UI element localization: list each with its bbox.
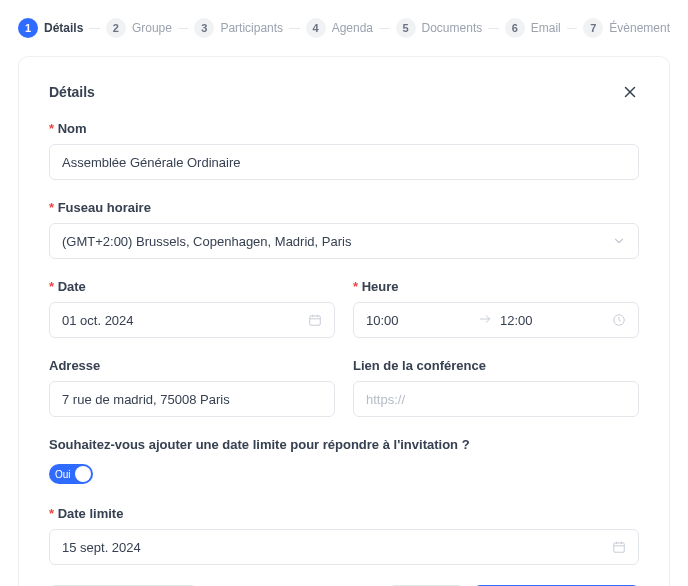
deadline-label: Date limite [49,506,639,521]
step-email[interactable]: 6 Email [505,18,561,38]
step-separator [379,28,390,29]
step-separator [488,28,499,29]
name-input-text[interactable] [62,145,626,179]
toggle-knob [75,466,91,482]
step-number: 6 [505,18,525,38]
date-label: Date [49,279,335,294]
timezone-value: (GMT+2:00) Brussels, Copenhagen, Madrid,… [62,234,604,249]
deadline-input-text[interactable] [62,530,604,564]
step-label: Email [531,21,561,35]
step-number: 5 [396,18,416,38]
svg-rect-2 [310,316,321,325]
step-number: 3 [194,18,214,38]
toggle-label: Oui [55,469,71,480]
time-from: 10:00 [366,313,470,328]
chevron-down-icon [612,234,626,248]
conference-link-input[interactable] [353,381,639,417]
deadline-question: Souhaitez-vous ajouter une date limite p… [49,437,639,452]
step-documents[interactable]: 5 Documents [396,18,483,38]
step-separator [89,28,100,29]
address-input[interactable] [49,381,335,417]
time-label: Heure [353,279,639,294]
deadline-toggle[interactable]: Oui [49,464,93,484]
deadline-input[interactable] [49,529,639,565]
date-input-text[interactable] [62,303,300,337]
card-header: Détails [49,83,639,101]
date-input[interactable] [49,302,335,338]
clock-icon [612,313,626,327]
conference-link-input-text[interactable] [366,382,626,416]
step-label: Évènement [609,21,670,35]
step-label: Détails [44,21,83,35]
step-agenda[interactable]: 4 Agenda [306,18,373,38]
card-title: Détails [49,84,95,100]
step-label: Agenda [332,21,373,35]
address-input-text[interactable] [62,382,322,416]
timezone-select[interactable]: (GMT+2:00) Brussels, Copenhagen, Madrid,… [49,223,639,259]
address-label: Adresse [49,358,335,373]
step-group[interactable]: 2 Groupe [106,18,172,38]
step-participants[interactable]: 3 Participants [194,18,283,38]
calendar-icon [612,540,626,554]
name-label: Nom [49,121,639,136]
stepper: 1 Détails 2 Groupe 3 Participants 4 Agen… [18,18,670,38]
step-label: Groupe [132,21,172,35]
svg-rect-8 [614,543,625,552]
step-separator [178,28,189,29]
close-icon[interactable] [621,83,639,101]
step-label: Documents [422,21,483,35]
details-card: Détails Nom Fuseau horaire (GMT+2:00) Br… [18,56,670,586]
step-number: 1 [18,18,38,38]
step-number: 4 [306,18,326,38]
timezone-label: Fuseau horaire [49,200,639,215]
time-to: 12:00 [500,313,604,328]
step-number: 2 [106,18,126,38]
step-number: 7 [583,18,603,38]
step-separator [567,28,578,29]
conference-link-label: Lien de la conférence [353,358,639,373]
step-label: Participants [220,21,283,35]
step-event[interactable]: 7 Évènement [583,18,670,38]
name-input[interactable] [49,144,639,180]
time-range-input[interactable]: 10:00 12:00 [353,302,639,338]
step-separator [289,28,300,29]
arrow-right-icon [478,312,492,329]
step-details[interactable]: 1 Détails [18,18,83,38]
calendar-icon [308,313,322,327]
